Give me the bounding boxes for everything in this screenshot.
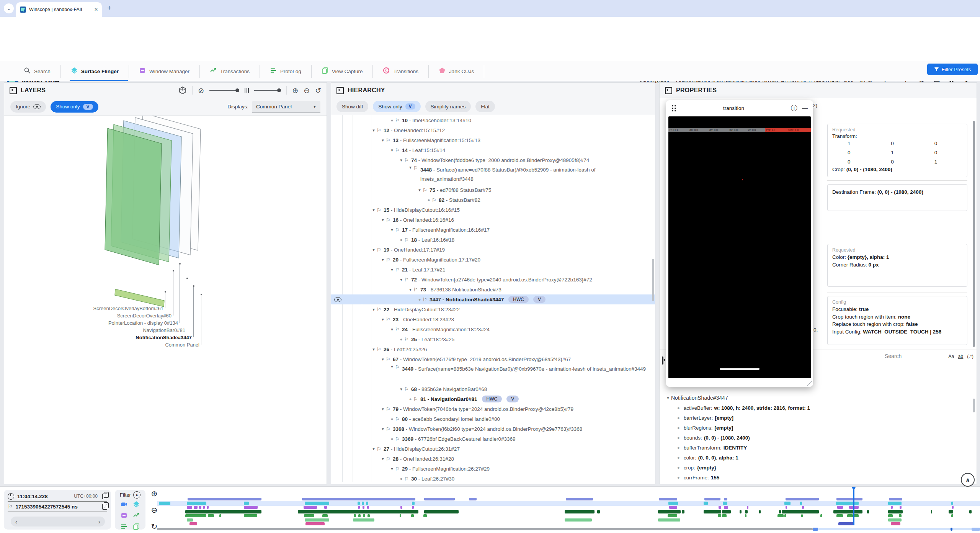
caret-down-icon[interactable]: ▾ (398, 158, 404, 163)
window-manager-track-segment[interactable] (367, 506, 369, 509)
properties-node-row[interactable]: ▾ NotificationShade#3447 (660, 393, 974, 403)
transactions-track-segment[interactable] (833, 510, 862, 513)
screen-recording-icon[interactable] (121, 501, 127, 509)
zoom-out-icon[interactable]: ⊖ (304, 87, 310, 94)
screen-recording-track-segment[interactable] (836, 498, 862, 500)
window-manager-track-segment[interactable] (194, 506, 198, 509)
zoom-out-icon[interactable]: ⊖ (151, 505, 158, 515)
ignore-chip[interactable]: Ignore (10, 101, 46, 113)
tree-row-72[interactable]: ▾⚐72 - WindowToken{a2746de type=2040 and… (331, 275, 655, 284)
surface-flinger-track-segment[interactable] (888, 502, 902, 505)
tree-row-82[interactable]: ●⚐82 - StatusBar#82 (331, 195, 655, 205)
protolog-track-segment[interactable] (244, 514, 257, 517)
surface-flinger-track-segment[interactable] (187, 502, 206, 505)
window-manager-track-segment[interactable] (952, 506, 954, 509)
dialog-titlebar[interactable]: transition ⓘ — (666, 100, 813, 116)
tree-row-79[interactable]: ▾⚐79 - WindowToken{7046b4a type=2024 and… (331, 404, 655, 414)
properties-search-input[interactable]: Search Aa ab (.*) (885, 353, 973, 361)
protolog-track-segment[interactable] (322, 514, 328, 517)
tree-row-26[interactable]: ▾⚐26 - Leaf:24:25#26 (331, 344, 655, 354)
display-select[interactable]: Common Panel▼ (252, 101, 320, 113)
protolog-track-segment[interactable] (358, 514, 361, 517)
surface-flinger-track-segment[interactable] (951, 502, 953, 505)
window-manager-track-segment[interactable] (203, 506, 205, 509)
tree-row-68[interactable]: ▾⚐68 - 885b63e NavigationBar0#68 (331, 384, 655, 394)
caret-down-icon[interactable]: ▾ (389, 364, 395, 369)
tree-row-15[interactable]: ▾⚐15 - HideDisplayCutout:16:16#15 (331, 205, 655, 215)
show-only-chip[interactable]: Show onlyV (373, 101, 420, 112)
tree-row-21[interactable]: ▾⚐21 - Leaf:17:17#21 (331, 265, 655, 275)
window-manager-track-segment[interactable] (363, 506, 364, 509)
info-icon[interactable]: ⓘ (791, 104, 797, 113)
screen-recording-track-segment[interactable] (188, 498, 261, 500)
tree-row-23[interactable]: ▾⚐23 - OneHanded:18:23#23 (331, 314, 655, 324)
screen-recording-track-segment[interactable] (704, 498, 720, 500)
tab-close-icon[interactable]: ✕ (94, 7, 98, 12)
copy-icon[interactable] (102, 494, 107, 499)
property-row[interactable]: ●currFrame:155 (660, 473, 974, 482)
protolog-track-segment[interactable] (400, 514, 401, 517)
transactions-track-segment[interactable] (185, 510, 261, 513)
transitions-track-segment[interactable] (305, 522, 325, 525)
tree-row-81[interactable]: ●⚐81 - NavigationBar0#81HWCV (331, 394, 655, 404)
protolog-icon[interactable] (121, 523, 127, 531)
screen-recording-track-segment[interactable] (566, 498, 593, 500)
human-time-row[interactable]: 11:04:14.228 UTC+00:00 (8, 491, 107, 502)
window-manager-track-segment[interactable] (244, 506, 258, 509)
show-only-chip[interactable]: Show onlyV (51, 101, 98, 113)
transactions-track-segment[interactable] (782, 510, 819, 513)
properties-scrollbar[interactable] (973, 121, 975, 347)
tree-row-67[interactable]: ▾⚐67 - WindowToken{e5176f9 type=2019 and… (331, 354, 655, 364)
tab-view-capture[interactable]: View Capture (312, 65, 373, 78)
simplify-names-chip[interactable]: Simplify names (425, 101, 471, 112)
caret-down-icon[interactable]: ▾ (380, 257, 386, 262)
transitions-track-segment[interactable] (891, 522, 900, 525)
tree-row-3448[interactable]: ▾⚐3448 - Surface(name=ed70f88 StatusBar)… (331, 165, 655, 185)
copy-icon[interactable] (102, 504, 107, 510)
caret-down-icon[interactable]: ▾ (407, 287, 413, 292)
tree-row-75[interactable]: ▾⚐75 - ed70f88 StatusBar#75 (331, 185, 655, 195)
transactions-icon[interactable] (133, 512, 140, 520)
ns-time-row[interactable]: ⚐ 1715339054227572545 ns (8, 502, 107, 512)
tree-row-80[interactable]: ●⚐80 - ace6abb SecondaryHomeHandle0#80 (331, 414, 655, 424)
properties-list-scrollbar[interactable] (973, 399, 975, 412)
surface-flinger-track-segment[interactable] (244, 502, 249, 505)
timeline-minimap-handle[interactable] (813, 528, 818, 531)
collapse-panel-icon[interactable] (662, 356, 663, 365)
protolog-track-segment[interactable] (854, 514, 859, 517)
tree-row-16[interactable]: ▾⚐16 - OneHanded:16:16#16 (331, 215, 655, 225)
tree-row-13[interactable]: ▾⚐13 - FullscreenMagnification:15:15#13 (331, 135, 655, 145)
regex-icon[interactable]: (.*) (967, 354, 973, 359)
property-row[interactable]: ●bounds:(0, 0) - (1080, 2400) (660, 433, 974, 443)
surface-flinger-track-segment[interactable] (800, 502, 802, 505)
tab-window-manager[interactable]: Window Manager (129, 65, 200, 78)
surface-flinger-track-segment[interactable] (358, 502, 360, 505)
tab-jank-cujs[interactable]: Jank CUJs (429, 65, 484, 78)
drag-handle-icon[interactable] (671, 105, 676, 112)
transactions-track-segment[interactable] (704, 510, 721, 513)
caret-down-icon[interactable]: ▾ (389, 227, 395, 232)
window-manager-track-segment[interactable] (724, 506, 728, 509)
hierarchy-scrollbar[interactable] (652, 259, 654, 301)
reset-view-icon[interactable]: ↺ (315, 87, 321, 94)
window-manager-track-segment[interactable] (802, 506, 804, 509)
protolog-track-segment[interactable] (847, 514, 853, 517)
screen-recording-track-segment[interactable] (889, 498, 902, 500)
tab-surface-flinger[interactable]: Surface Flinger (61, 65, 129, 78)
show-in-3d-eye-icon[interactable] (334, 297, 341, 303)
caret-down-icon[interactable]: ▾ (380, 138, 386, 143)
prev-frame-icon[interactable]: ‹ (15, 518, 17, 525)
browser-tab[interactable]: Winscope | sandbox-FAIL ✕ (16, 2, 102, 17)
property-row[interactable]: ●color:(0, 0, 0), alpha: 1 (660, 453, 974, 463)
resize-handle-icon[interactable] (807, 381, 812, 386)
collapse-panel-icon[interactable] (10, 87, 17, 94)
surface-flinger-track-segment[interactable] (305, 502, 329, 505)
view-capture-track-segment[interactable] (888, 518, 902, 522)
surface-flinger-track-segment[interactable] (412, 502, 415, 505)
tree-row-3369[interactable]: ●⚐3369 - 67726bf EdgeBackGestureHandler0… (331, 434, 655, 444)
tab-transactions[interactable]: Transactions (200, 65, 260, 78)
window-manager-track-segment[interactable] (900, 506, 902, 509)
window-manager-track-segment[interactable] (304, 506, 317, 509)
screen-recording-track-segment[interactable] (659, 498, 677, 500)
tree-row-12[interactable]: ▾⚐12 - OneHanded:15:15#12 (331, 125, 655, 135)
